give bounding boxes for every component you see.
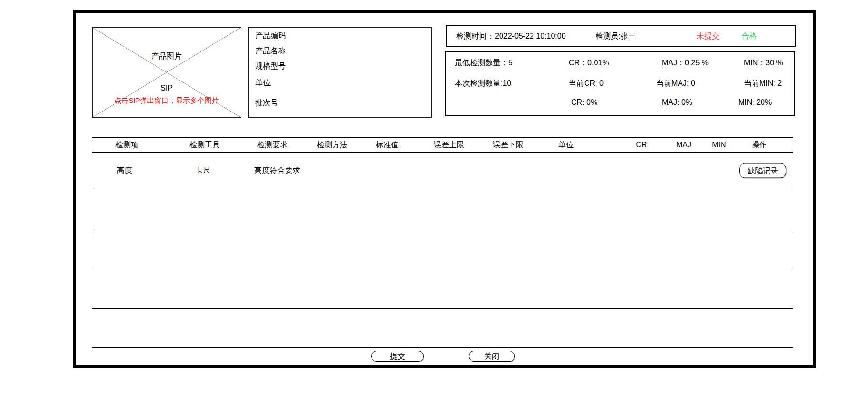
field-label-unit: 单位 <box>255 78 271 88</box>
submit-button[interactable]: 提交 <box>371 351 424 362</box>
stat-current-maj: 当前MAJ: 0 <box>656 79 695 89</box>
stat-min-limit: MIN：30 % <box>744 58 783 68</box>
sip-label[interactable]: SIP <box>93 84 241 92</box>
table-row <box>92 189 793 230</box>
cell-requirement: 高度符合要求 <box>254 166 300 176</box>
col-header-tool: 检测工具 <box>189 140 220 150</box>
status-qualified-badge: 合格 <box>742 31 757 41</box>
col-header-maj: MAJ <box>676 141 691 149</box>
cell-item: 高度 <box>117 166 132 176</box>
table-header-row: 检测项 检测工具 检测要求 检测方法 标准值 误差上限 误差下限 单位 CR M… <box>92 138 793 153</box>
defect-record-button[interactable]: 缺陷记录 <box>739 163 786 178</box>
stat-current-min: 当前MIN: 2 <box>744 79 782 89</box>
col-header-min: MIN <box>712 141 726 149</box>
stat-current-inspect-qty: 本次检测数量:10 <box>455 79 511 89</box>
col-header-standard: 标准值 <box>376 140 398 150</box>
inspector-name: 检测员:张三 <box>596 31 636 41</box>
field-label-product-name: 产品名称 <box>255 46 286 56</box>
inspection-items-table: 检测项 检测工具 检测要求 检测方法 标准值 误差上限 误差下限 单位 CR M… <box>92 137 793 348</box>
sip-hint-text: 点击SIP弹出窗口，显示多个图片 <box>93 96 241 105</box>
product-image-placeholder[interactable]: 产品图片 SIP 点击SIP弹出窗口，显示多个图片 <box>92 27 241 118</box>
inspection-info-bar: 检测时间： 2022-05-22 10:10:00 检测员:张三 未提交 合格 <box>446 25 796 47</box>
col-header-item: 检测项 <box>115 140 138 150</box>
inspection-time-value: 2022-05-22 10:10:00 <box>495 32 566 41</box>
stat-min-inspect-qty: 最低检测数量：5 <box>455 58 512 68</box>
close-button[interactable]: 关闭 <box>469 351 515 362</box>
stat-maj-limit: MAJ：0.25 % <box>662 58 709 68</box>
table-row <box>92 267 793 309</box>
col-header-lower-limit: 误差下限 <box>493 140 523 150</box>
inspection-stats-panel: 最低检测数量：5 CR：0.01% MAJ：0.25 % MIN：30 % 本次… <box>445 51 795 116</box>
product-fields-panel: 产品编码 产品名称 规格型号 单位 批次号 <box>248 27 432 118</box>
inspection-time-label: 检测时间： <box>456 31 494 41</box>
col-header-unit: 单位 <box>558 140 574 150</box>
stat-min-rate: MIN: 20% <box>738 98 772 107</box>
status-unsubmitted-badge: 未提交 <box>697 31 720 41</box>
table-row <box>92 230 793 267</box>
field-label-spec-model: 规格型号 <box>255 61 286 71</box>
stat-maj-rate: MAJ: 0% <box>662 98 692 107</box>
col-header-upper-limit: 误差上限 <box>434 140 464 150</box>
col-header-requirement: 检测要求 <box>257 140 288 150</box>
col-header-cr: CR <box>636 141 647 149</box>
field-label-product-code: 产品编码 <box>255 31 286 41</box>
col-header-method: 检测方法 <box>317 140 347 150</box>
cell-tool: 卡尺 <box>195 166 210 176</box>
stat-cr-rate: CR: 0% <box>571 98 597 107</box>
stat-current-cr: 当前CR: 0 <box>569 79 604 89</box>
col-header-action: 操作 <box>752 140 767 150</box>
stat-cr-limit: CR：0.01% <box>569 58 609 68</box>
table-row: 高度 卡尺 高度符合要求 缺陷记录 <box>92 153 793 189</box>
table-row <box>92 309 793 348</box>
field-label-batch-number: 批次号 <box>255 98 278 108</box>
product-image-title: 产品图片 <box>93 51 241 61</box>
